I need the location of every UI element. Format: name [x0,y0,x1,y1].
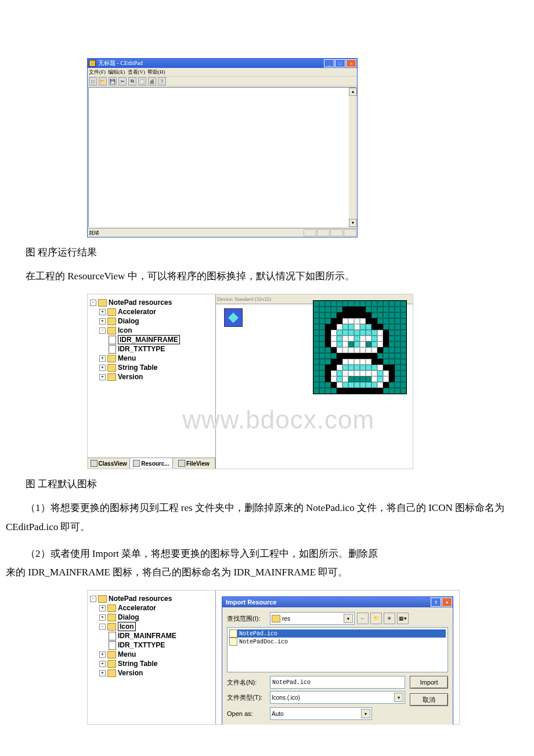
openas-value: Auto [272,711,284,717]
lookin-combo[interactable]: res ▼ [270,612,355,625]
views-icon[interactable]: ▦▾ [397,613,409,624]
up-folder-icon[interactable]: 📁 [370,613,382,624]
page-icon [109,336,116,344]
open-icon[interactable]: 📂 [99,77,107,85]
new-icon[interactable]: □ [89,77,97,85]
folder-icon [107,373,116,381]
menu-edit[interactable]: 编辑(E) [108,69,125,76]
tree-txttype[interactable]: IDR_TXTTYPE [118,641,165,649]
expander-icon[interactable]: + [99,355,106,362]
paragraph-1: 在工程的 ResourceView 中，可以将程序的图标换掉，默认情况下如图所示… [6,267,528,286]
folder-icon [107,355,116,362]
menubar: 文件(F) 编辑(E) 查看(V) 帮助(H) [88,68,357,77]
scrollbar-vertical[interactable]: ▲ ▼ [349,88,356,227]
tab-resourceview[interactable]: Resourc... [130,458,172,469]
tree-icon[interactable]: Icon [118,326,132,334]
back-button[interactable]: ← [357,613,369,624]
caption-2: 图 工程默认图标 [6,477,528,491]
filename-input[interactable]: NotePad.ico [270,676,405,689]
import-button[interactable]: Import [410,676,448,689]
list-item[interactable]: NotePad.ico [229,629,446,638]
editor-area[interactable]: ▲ ▼ [88,87,356,228]
expander-icon[interactable]: + [99,318,106,325]
expander-icon[interactable]: + [99,614,106,621]
folder-icon [107,651,116,658]
scroll-up-icon[interactable]: ▲ [349,88,357,96]
tab-fileview[interactable]: FileView [173,458,215,469]
new-folder-icon[interactable]: ✳ [384,613,395,624]
expander-icon[interactable]: - [99,624,106,630]
folder-open-icon [98,299,107,307]
tree-txttype[interactable]: IDR_TXTTYPE [118,345,165,353]
folder-open-icon [98,595,107,603]
maximize-button[interactable]: □ [335,59,345,67]
openas-label: Open as: [227,710,268,717]
folder-icon [107,614,116,621]
dropdown-icon[interactable]: ▼ [344,614,353,623]
openas-combo[interactable]: Auto▼ [270,707,372,720]
caption-1: 图 程序运行结果 [6,246,528,259]
tree-menu[interactable]: Menu [118,354,136,362]
tree-mainframe[interactable]: IDR_MAINFRAME [118,632,176,640]
file-icon [229,638,237,646]
minimize-button[interactable]: _ [324,59,334,67]
expander-icon[interactable]: - [90,300,96,306]
dropdown-icon[interactable]: ▼ [361,709,370,718]
file-listbox[interactable]: NotePad.ico NotePadDoc.ico [227,627,448,672]
tree-stringtable[interactable]: String Table [118,660,157,668]
tree-stringtable[interactable]: String Table [118,363,157,372]
menu-help[interactable]: 帮助(H) [147,69,165,76]
expander-icon[interactable]: + [99,309,106,315]
close-button[interactable]: × [346,59,356,67]
titlebar: 无标题 - CEditPad _ □ × [88,59,357,68]
cancel-button[interactable]: 取消 [410,693,448,706]
tree-root[interactable]: NotePad resources [109,298,172,307]
expander-icon[interactable]: + [99,661,106,667]
toolbar: □ 📂 💾 ✂ ⧉ 📋 🖨 ? [88,77,357,87]
filetype-label: 文件类型(T): [227,693,268,702]
close-button[interactable]: × [442,597,452,607]
expander-icon[interactable]: + [99,651,106,658]
scroll-down-icon[interactable]: ▼ [349,219,357,227]
list-item[interactable]: NotePadDoc.ico [229,638,446,646]
help-icon[interactable]: ? [158,77,166,85]
tree-icon[interactable]: Icon [118,622,136,631]
fileview-icon [178,460,185,467]
cut-icon[interactable]: ✂ [118,77,127,85]
expander-icon[interactable]: + [99,670,106,676]
tree-mainframe[interactable]: IDR_MAINFRAME [118,335,180,344]
folder-icon [107,318,116,325]
tree-version[interactable]: Version [118,373,143,381]
copy-icon[interactable]: ⧉ [128,77,136,85]
dropdown-icon[interactable]: ▼ [394,693,403,702]
resourceview-screenshot: -NotePad resources +Accelerator +Dialog … [87,294,413,469]
tree-root[interactable]: NotePad resources [109,595,172,603]
menu-view[interactable]: 查看(V) [128,69,146,76]
tree-dialog[interactable]: Dialog [118,317,139,325]
expander-icon[interactable]: + [99,374,106,380]
expander-icon[interactable]: - [90,596,96,602]
expander-icon[interactable]: - [99,327,106,334]
tab-classview-label: ClassView [99,460,127,467]
resource-tree: -NotePad resources +Accelerator +Dialog … [88,591,216,724]
tree-menu[interactable]: Menu [118,650,136,658]
icon-pixel-grid[interactable] [313,300,407,394]
tab-classview[interactable]: ClassView [88,458,130,469]
status-ready: 就绪 [89,229,99,237]
expander-icon[interactable]: + [99,605,106,611]
tree-dialog[interactable]: Dialog [118,613,139,621]
file-name: NotePadDoc.ico [239,639,288,645]
print-icon[interactable]: 🖨 [148,77,156,85]
expander-icon[interactable]: + [99,365,106,371]
window-title: 无标题 - CEditPad [98,59,143,67]
tree-accelerator[interactable]: Accelerator [118,604,156,612]
tree-accelerator[interactable]: Accelerator [118,308,156,316]
folder-icon [107,604,116,612]
filetype-combo[interactable]: Icons (.ico)▼ [270,691,405,704]
menu-file[interactable]: 文件(F) [89,69,106,76]
save-icon[interactable]: 💾 [109,77,117,85]
tree-version[interactable]: Version [118,669,143,677]
help-button[interactable]: ? [431,597,441,607]
paste-icon[interactable]: 📋 [138,77,146,85]
folder-icon [107,669,116,677]
